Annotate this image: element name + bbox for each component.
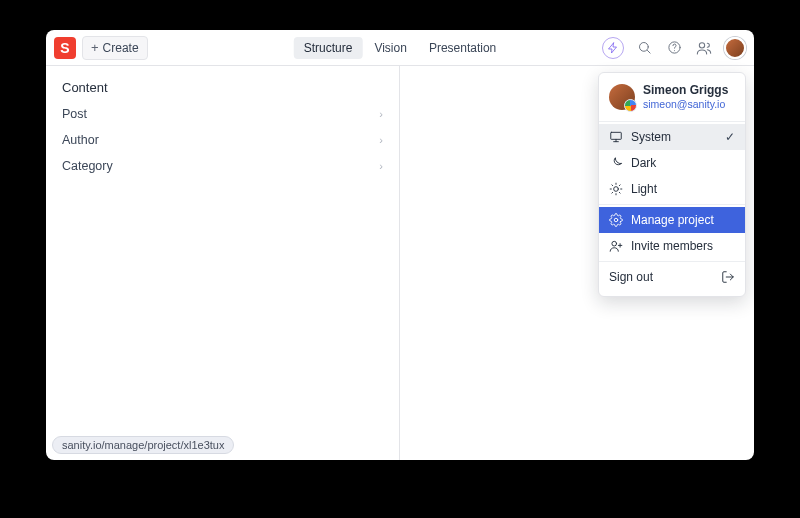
topbar-right	[602, 37, 746, 59]
svg-rect-3	[611, 132, 622, 139]
gear-icon	[609, 213, 623, 227]
menu-label: Sign out	[609, 270, 653, 284]
svg-point-2	[699, 42, 704, 47]
menu-separator	[599, 204, 745, 205]
list-item-author[interactable]: Author ›	[46, 127, 399, 153]
tasks-icon[interactable]	[602, 37, 624, 59]
chevron-right-icon: ›	[379, 108, 383, 120]
chevron-right-icon: ›	[379, 160, 383, 172]
appearance-system[interactable]: System ✓	[599, 124, 745, 150]
status-url: sanity.io/manage/project/xl1e3tux	[52, 436, 234, 454]
help-icon[interactable]	[664, 38, 684, 58]
menu-separator	[599, 121, 745, 122]
list-item-post[interactable]: Post ›	[46, 101, 399, 127]
sign-out[interactable]: Sign out	[599, 264, 745, 290]
svg-point-0	[639, 43, 648, 52]
create-button[interactable]: + Create	[82, 36, 148, 60]
user-name: Simeon Griggs	[643, 83, 728, 98]
tab-label: Structure	[304, 41, 353, 55]
user-avatar[interactable]	[724, 37, 746, 59]
user-info: Simeon Griggs simeon@sanity.io	[599, 79, 745, 119]
svg-point-4	[614, 187, 619, 192]
user-menu-dropdown: Simeon Griggs simeon@sanity.io System ✓ …	[598, 72, 746, 297]
plus-icon: +	[91, 40, 99, 55]
sign-out-icon	[721, 270, 735, 284]
tab-label: Presentation	[429, 41, 496, 55]
app-window: S + Create Structure Vision Presentation	[46, 30, 754, 460]
list-item-category[interactable]: Category ›	[46, 153, 399, 179]
list-label: Post	[62, 107, 87, 121]
menu-label: Light	[631, 182, 657, 196]
logo-letter: S	[60, 40, 69, 56]
svg-point-5	[614, 218, 618, 222]
tab-label: Vision	[374, 41, 406, 55]
monitor-icon	[609, 130, 623, 144]
appearance-dark[interactable]: Dark	[599, 150, 745, 176]
appearance-light[interactable]: Light	[599, 176, 745, 202]
invite-members[interactable]: Invite members	[599, 233, 745, 259]
list-label: Category	[62, 159, 113, 173]
menu-label: Manage project	[631, 213, 714, 227]
app-logo[interactable]: S	[54, 37, 76, 59]
content-panel: Content Post › Author › Category ›	[46, 66, 400, 460]
user-avatar-large	[609, 84, 635, 110]
moon-icon	[609, 156, 623, 170]
sun-icon	[609, 182, 623, 196]
create-label: Create	[103, 41, 139, 55]
panel-title: Content	[46, 80, 399, 101]
presence-icon[interactable]	[694, 38, 714, 58]
menu-label: System	[631, 130, 671, 144]
user-email: simeon@sanity.io	[643, 98, 728, 111]
top-bar: S + Create Structure Vision Presentation	[46, 30, 754, 66]
chevron-right-icon: ›	[379, 134, 383, 146]
workspace-tabs: Structure Vision Presentation	[294, 37, 507, 59]
menu-label: Dark	[631, 156, 656, 170]
manage-project[interactable]: Manage project	[599, 207, 745, 233]
tab-structure[interactable]: Structure	[294, 37, 363, 59]
users-icon	[609, 239, 623, 253]
tab-vision[interactable]: Vision	[364, 37, 416, 59]
menu-separator	[599, 261, 745, 262]
check-icon: ✓	[725, 130, 735, 144]
list-label: Author	[62, 133, 99, 147]
menu-label: Invite members	[631, 239, 713, 253]
svg-point-6	[612, 241, 617, 246]
search-icon[interactable]	[634, 38, 654, 58]
tab-presentation[interactable]: Presentation	[419, 37, 506, 59]
